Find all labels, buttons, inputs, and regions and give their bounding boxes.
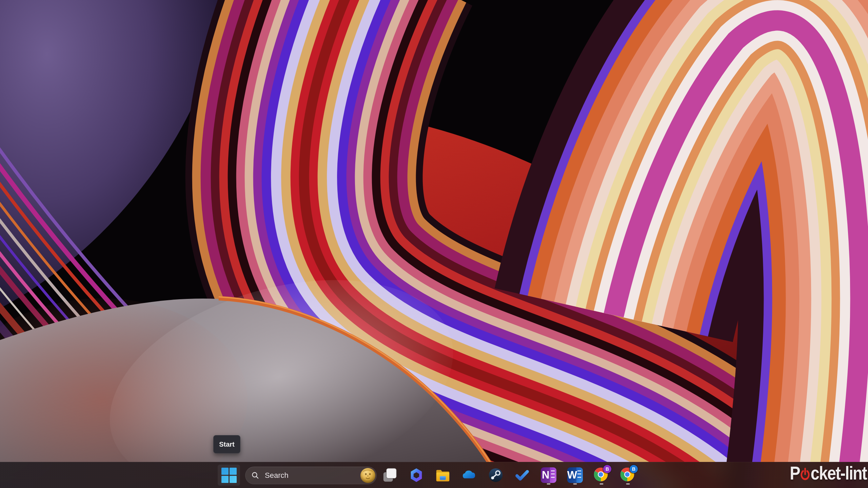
pocket-lint-watermark: P cket-lint [790, 462, 867, 484]
chrome-profile-badge: B [603, 465, 611, 473]
word-icon: W [567, 467, 583, 483]
taskbar: Search [0, 462, 868, 488]
search-highlights-icon[interactable] [360, 468, 375, 483]
running-indicator [600, 483, 604, 485]
copilot-icon [409, 467, 424, 483]
taskbar-item-copilot[interactable] [406, 465, 427, 485]
chrome-badge-letter: B [606, 466, 609, 472]
chrome-badge-letter: B [632, 466, 635, 472]
running-indicator [626, 483, 630, 485]
start-button[interactable] [218, 465, 240, 486]
watermark-prefix: P [790, 462, 800, 484]
start-tooltip-label: Start [219, 441, 235, 448]
taskbar-item-onedrive[interactable] [459, 465, 479, 485]
taskbar-item-chrome-1[interactable]: B [591, 465, 612, 485]
taskbar-item-to-do[interactable] [512, 465, 532, 485]
taskbar-app-icons: N W [380, 465, 638, 485]
task-view-icon [382, 467, 398, 483]
running-indicator [573, 483, 577, 485]
word-pages [577, 470, 581, 480]
power-icon [800, 466, 811, 482]
taskbar-item-steam[interactable] [486, 465, 506, 485]
search-input[interactable]: Search [245, 467, 377, 484]
taskbar-item-task-view[interactable] [380, 465, 400, 485]
word-letter: W [567, 467, 577, 483]
search-placeholder: Search [265, 471, 360, 480]
onenote-letter: N [541, 467, 551, 483]
start-tooltip: Start [213, 435, 240, 453]
onedrive-icon [461, 467, 477, 483]
taskbar-item-word[interactable]: W [565, 465, 585, 485]
taskbar-item-onenote[interactable]: N [538, 465, 559, 485]
running-indicator [547, 483, 551, 485]
chrome-profile-badge: B [630, 465, 638, 473]
search-icon [251, 471, 259, 480]
windows-logo-icon [221, 468, 237, 483]
onenote-pages [551, 470, 555, 480]
taskbar-item-chrome-2[interactable]: B [618, 465, 638, 485]
desktop: Start Search [0, 0, 868, 488]
desktop-wallpaper [0, 0, 868, 488]
steam-icon [488, 467, 504, 483]
taskbar-item-file-explorer[interactable] [433, 465, 453, 485]
watermark-suffix: cket-lint [811, 462, 867, 484]
onenote-icon: N [541, 467, 556, 483]
to-do-check-icon [514, 467, 530, 483]
file-explorer-icon [435, 467, 451, 483]
